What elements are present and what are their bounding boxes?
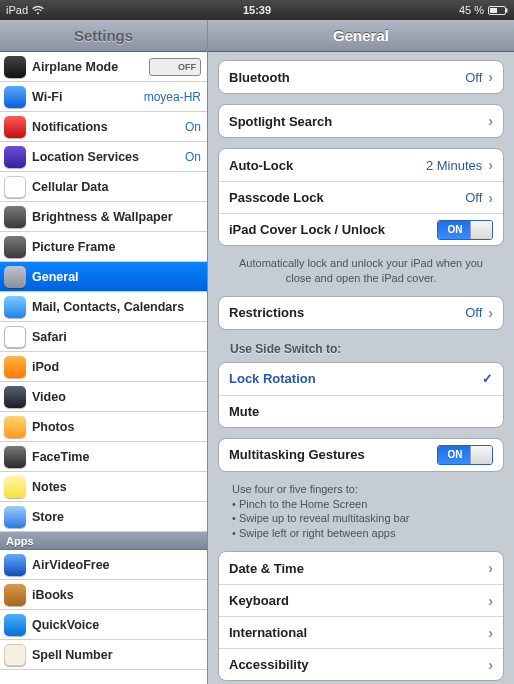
passcode-row[interactable]: Passcode Lock Off › xyxy=(219,181,503,213)
check-icon: ✓ xyxy=(482,371,493,386)
chevron-right-icon: › xyxy=(488,593,493,609)
sidebar-item-label: Video xyxy=(32,390,66,404)
sidebar-item-1[interactable]: Wi-Fimoyea-HR xyxy=(0,82,207,112)
sidebar-app-1[interactable]: iBooks xyxy=(0,580,207,610)
row-value: Off xyxy=(465,305,482,320)
sideswitch-lockrotation[interactable]: Lock Rotation ✓ xyxy=(219,363,503,395)
sidebar-item-11[interactable]: Video xyxy=(0,382,207,412)
switch-on-label: ON xyxy=(438,221,472,239)
spotlight-row[interactable]: Spotlight Search › xyxy=(219,105,503,137)
sidebar-item-14[interactable]: Notes xyxy=(0,472,207,502)
bluetooth-row[interactable]: Bluetooth Off › xyxy=(219,61,503,93)
coverlock-note: Automatically lock and unlock your iPad … xyxy=(218,256,504,296)
battery-pct: 45 % xyxy=(459,4,484,16)
row-label: Lock Rotation xyxy=(229,371,316,386)
row-value: Off xyxy=(465,70,482,85)
sidebar-item-label: Location Services xyxy=(32,150,139,164)
detail-title: General xyxy=(208,20,514,52)
sidebar-item-label: Airplane Mode xyxy=(32,60,118,74)
detail-pane[interactable]: General Bluetooth Off › Spotlight Search… xyxy=(208,20,514,684)
sidebar-item-label: Cellular Data xyxy=(32,180,108,194)
accessibility-row[interactable]: Accessibility › xyxy=(219,648,503,680)
chevron-right-icon: › xyxy=(488,157,493,173)
row-label: Auto-Lock xyxy=(229,158,293,173)
coverlock-row[interactable]: iPad Cover Lock / Unlock ON xyxy=(219,213,503,245)
sidebar-item-value: On xyxy=(185,150,201,164)
ic-safari-icon xyxy=(4,326,26,348)
sidebar-app-2[interactable]: QuickVoice xyxy=(0,610,207,640)
svg-rect-1 xyxy=(506,8,508,12)
row-label: Restrictions xyxy=(229,305,304,320)
sidebar-item-7[interactable]: General xyxy=(0,262,207,292)
row-label: Multitasking Gestures xyxy=(229,447,365,462)
sidebar-item-label: AirVideoFree xyxy=(32,558,110,572)
ic-quickvoice-icon xyxy=(4,614,26,636)
coverlock-switch[interactable]: ON xyxy=(437,220,493,240)
sidebar-item-15[interactable]: Store xyxy=(0,502,207,532)
row-value: Off xyxy=(465,190,482,205)
sidebar-item-label: Photos xyxy=(32,420,74,434)
sidebar-item-10[interactable]: iPod xyxy=(0,352,207,382)
row-label: Passcode Lock xyxy=(229,190,324,205)
sidebar-list[interactable]: Airplane ModeOFFWi-Fimoyea-HRNotificatio… xyxy=(0,52,207,684)
sidebar-item-3[interactable]: Location ServicesOn xyxy=(0,142,207,172)
battery-icon xyxy=(488,6,508,15)
ic-wifi-icon xyxy=(4,86,26,108)
ic-ipod-icon xyxy=(4,356,26,378)
sidebar-item-label: Notes xyxy=(32,480,67,494)
sidebar-item-5[interactable]: Brightness & Wallpaper xyxy=(0,202,207,232)
sideswitch-mute[interactable]: Mute xyxy=(219,395,503,427)
keyboard-row[interactable]: Keyboard › xyxy=(219,584,503,616)
clock: 15:39 xyxy=(243,4,271,16)
chevron-right-icon: › xyxy=(488,113,493,129)
sidebar-item-label: iPod xyxy=(32,360,59,374)
ic-photos-icon xyxy=(4,416,26,438)
autolock-row[interactable]: Auto-Lock 2 Minutes › xyxy=(219,149,503,181)
ic-notes-icon xyxy=(4,476,26,498)
sidebar-app-0[interactable]: AirVideoFree xyxy=(0,550,207,580)
status-bar: iPad 15:39 45 % xyxy=(0,0,514,20)
sidebar-item-2[interactable]: NotificationsOn xyxy=(0,112,207,142)
ic-notif-icon xyxy=(4,116,26,138)
sidebar-item-9[interactable]: Safari xyxy=(0,322,207,352)
row-label: Keyboard xyxy=(229,593,289,608)
sidebar-item-label: Spell Number xyxy=(32,648,113,662)
sidebar-item-0[interactable]: Airplane ModeOFF xyxy=(0,52,207,82)
international-row[interactable]: International › xyxy=(219,616,503,648)
ic-mail-icon xyxy=(4,296,26,318)
sidebar-item-12[interactable]: Photos xyxy=(0,412,207,442)
multitask-note: Use four or five fingers to: • Pinch to … xyxy=(218,482,504,551)
wifi-icon xyxy=(32,6,44,15)
row-label: International xyxy=(229,625,307,640)
sidebar-item-value: On xyxy=(185,120,201,134)
chevron-right-icon: › xyxy=(488,625,493,641)
sidebar-item-label: Wi-Fi xyxy=(32,90,62,104)
airplane-toggle[interactable]: OFF xyxy=(149,58,201,76)
datetime-row[interactable]: Date & Time › xyxy=(219,552,503,584)
ic-airvideo-icon xyxy=(4,554,26,576)
sidebar-item-label: QuickVoice xyxy=(32,618,99,632)
multitasking-row[interactable]: Multitasking Gestures ON xyxy=(219,439,503,471)
sidebar-item-label: Store xyxy=(32,510,64,524)
sidebar-item-label: Brightness & Wallpaper xyxy=(32,210,173,224)
sidebar-item-13[interactable]: FaceTime xyxy=(0,442,207,472)
restrictions-row[interactable]: Restrictions Off › xyxy=(219,297,503,329)
sidebar-item-label: Notifications xyxy=(32,120,108,134)
ic-airplane-icon xyxy=(4,56,26,78)
chevron-right-icon: › xyxy=(488,190,493,206)
sidebar-item-label: Safari xyxy=(32,330,67,344)
sidebar-item-4[interactable]: Cellular Data xyxy=(0,172,207,202)
device-label: iPad xyxy=(6,4,28,16)
row-label: Date & Time xyxy=(229,561,304,576)
svg-rect-2 xyxy=(490,8,497,13)
chevron-right-icon: › xyxy=(488,69,493,85)
chevron-right-icon: › xyxy=(488,657,493,673)
row-label: iPad Cover Lock / Unlock xyxy=(229,222,385,237)
sidebar-item-6[interactable]: Picture Frame xyxy=(0,232,207,262)
ic-general-icon xyxy=(4,266,26,288)
sidebar-app-3[interactable]: Spell Number xyxy=(0,640,207,670)
sidebar-item-value: moyea-HR xyxy=(144,90,201,104)
multitasking-switch[interactable]: ON xyxy=(437,445,493,465)
row-value: 2 Minutes xyxy=(426,158,482,173)
sidebar-item-8[interactable]: Mail, Contacts, Calendars xyxy=(0,292,207,322)
